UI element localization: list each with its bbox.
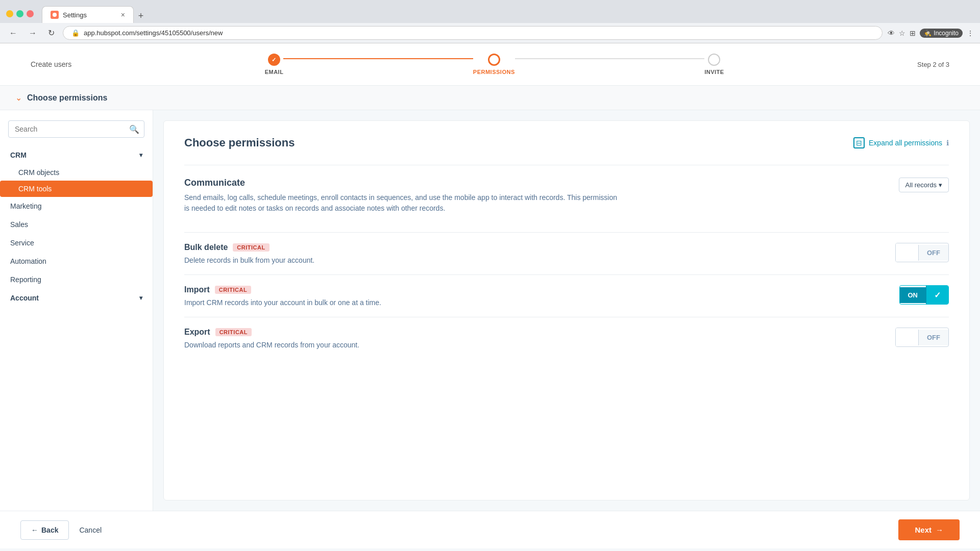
sidebar-item-crm-objects[interactable]: CRM objects bbox=[0, 164, 153, 181]
import-desc: Import CRM records into your account in … bbox=[184, 298, 899, 307]
eye-slash-icon: 👁 bbox=[888, 29, 895, 37]
export-badge: CRITICAL bbox=[215, 328, 252, 336]
import-title-row: Import CRITICAL bbox=[184, 285, 899, 294]
reload-button[interactable]: ↻ bbox=[45, 26, 58, 40]
chevron-icon-crm: ▾ bbox=[139, 152, 142, 159]
step-line-1 bbox=[283, 58, 473, 59]
footer-left: ← Back Cancel bbox=[20, 520, 102, 540]
chevron-icon-account: ▾ bbox=[139, 294, 142, 302]
breadcrumb-title: Choose permissions bbox=[27, 93, 107, 103]
address-bar[interactable]: 🔒 app.hubspot.com/settings/45105500/user… bbox=[63, 26, 883, 40]
sidebar-item-label-automation: Automation bbox=[10, 257, 46, 265]
import-badge: CRITICAL bbox=[215, 286, 251, 294]
search-icon: 🔍 bbox=[129, 124, 139, 134]
import-info: Import CRITICAL Import CRM records into … bbox=[184, 285, 899, 307]
bulk-delete-info: Bulk delete CRITICAL Delete records in b… bbox=[184, 243, 895, 264]
communicate-desc: Send emails, log calls, schedule meeting… bbox=[184, 192, 618, 214]
export-title-row: Export CRITICAL bbox=[184, 328, 895, 337]
star-icon: ☆ bbox=[899, 29, 905, 37]
communicate-title: Communicate bbox=[184, 178, 618, 188]
sidebar-subitem-label-crm-objects: CRM objects bbox=[18, 168, 59, 177]
sidebar-item-label-marketing: Marketing bbox=[10, 202, 41, 210]
all-records-label: All records bbox=[905, 181, 937, 189]
stepper: ✓ EMAIL PERMISSIONS INVITE bbox=[265, 54, 724, 75]
sidebar-item-label-reporting: Reporting bbox=[10, 276, 41, 284]
step-circle-invite bbox=[708, 54, 720, 66]
sidebar-item-automation[interactable]: Automation bbox=[0, 252, 153, 270]
dropdown-arrow-icon: ▾ bbox=[939, 181, 942, 189]
step-circle-permissions bbox=[488, 54, 500, 66]
sidebar-item-label-account: Account bbox=[10, 294, 39, 302]
back-button[interactable]: ← Back bbox=[20, 520, 69, 540]
step-circle-email: ✓ bbox=[268, 54, 280, 66]
browser-chrome: Settings × + ← → ↻ 🔒 app.hubspot.com/set… bbox=[0, 0, 980, 43]
sidebar-item-label-crm: CRM bbox=[10, 151, 27, 159]
import-permission: Import CRITICAL Import CRM records into … bbox=[184, 274, 949, 317]
step-permissions: PERMISSIONS bbox=[473, 54, 515, 75]
stepper-bar: Create users ✓ EMAIL PERMISSIONS INVITE … bbox=[0, 43, 980, 86]
next-button[interactable]: Next → bbox=[898, 519, 960, 540]
toggle-empty-bulk bbox=[896, 243, 918, 262]
sidebar-item-marketing[interactable]: Marketing bbox=[0, 197, 153, 215]
communicate-info: Communicate Send emails, log calls, sche… bbox=[184, 178, 618, 214]
export-name: Export bbox=[184, 328, 210, 337]
sidebar-item-sales[interactable]: Sales bbox=[0, 215, 153, 234]
expand-all-label: Expand all permissions bbox=[869, 139, 942, 147]
next-label: Next bbox=[915, 525, 932, 534]
search-input[interactable] bbox=[8, 120, 144, 138]
window-controls bbox=[6, 10, 34, 17]
incognito-icon: 🕵 bbox=[924, 30, 932, 37]
toggle-on-label-import: ON bbox=[900, 287, 926, 303]
browser-toolbar: ← → ↻ 🔒 app.hubspot.com/settings/4510550… bbox=[0, 23, 980, 43]
search-box: 🔍 bbox=[8, 120, 144, 138]
bulk-delete-desc: Delete records in bulk from your account… bbox=[184, 256, 895, 264]
menu-icon[interactable]: ⋮ bbox=[967, 29, 974, 37]
back-nav-button[interactable]: ← bbox=[6, 27, 20, 40]
breadcrumb-header: ⌄ Choose permissions bbox=[0, 86, 980, 110]
step-email: ✓ EMAIL bbox=[265, 54, 284, 75]
step-line-2 bbox=[515, 58, 704, 59]
incognito-badge: 🕵 Incognito bbox=[920, 29, 963, 38]
active-tab[interactable]: Settings × bbox=[42, 6, 134, 23]
panel-title: Choose permissions bbox=[184, 136, 295, 149]
bulk-delete-toggle[interactable]: OFF bbox=[895, 243, 949, 262]
lock-icon: 🔒 bbox=[71, 29, 80, 37]
sidebar-item-account[interactable]: Account ▾ bbox=[0, 289, 153, 307]
sidebar: 🔍 CRM ▾ CRM objects CRM tools Marketing … bbox=[0, 110, 153, 511]
maximize-button[interactable] bbox=[16, 10, 23, 17]
import-toggle[interactable]: ON ✓ bbox=[899, 285, 949, 305]
tab-close-button[interactable]: × bbox=[121, 11, 125, 19]
sidebar-item-crm[interactable]: CRM ▾ bbox=[0, 146, 153, 164]
info-icon: ℹ bbox=[946, 139, 949, 147]
sidebar-item-label-service: Service bbox=[10, 239, 34, 247]
page-content: Create users ✓ EMAIL PERMISSIONS INVITE … bbox=[0, 43, 980, 548]
step-label-invite: INVITE bbox=[704, 69, 724, 75]
tab-favicon bbox=[51, 11, 59, 19]
incognito-label: Incognito bbox=[934, 30, 959, 37]
tab-title: Settings bbox=[63, 11, 87, 19]
toggle-off-label-export: OFF bbox=[918, 330, 948, 345]
toggle-check-import: ✓ bbox=[926, 286, 948, 304]
step-number: Step 2 of 3 bbox=[917, 61, 949, 68]
sidebar-item-reporting[interactable]: Reporting bbox=[0, 270, 153, 289]
forward-nav-button[interactable]: → bbox=[26, 27, 40, 40]
back-arrow-icon: ← bbox=[31, 526, 38, 534]
expand-all-button[interactable]: ⊟ Expand all permissions ℹ bbox=[853, 137, 949, 148]
cancel-button[interactable]: Cancel bbox=[79, 526, 102, 534]
toggle-empty-export bbox=[896, 328, 918, 346]
sidebar-item-label-sales: Sales bbox=[10, 220, 28, 229]
all-records-dropdown[interactable]: All records ▾ bbox=[899, 178, 949, 192]
bulk-delete-badge: CRITICAL bbox=[233, 243, 269, 252]
minimize-button[interactable] bbox=[6, 10, 13, 17]
sidebar-item-crm-tools[interactable]: CRM tools bbox=[0, 181, 153, 197]
extensions-icon: ⊞ bbox=[910, 29, 916, 37]
export-info: Export CRITICAL Download reports and CRM… bbox=[184, 328, 895, 349]
chevron-down-icon[interactable]: ⌄ bbox=[15, 93, 22, 103]
import-name: Import bbox=[184, 285, 210, 294]
sidebar-item-service[interactable]: Service bbox=[0, 234, 153, 252]
browser-titlebar: Settings × + bbox=[0, 0, 980, 23]
new-tab-button[interactable]: + bbox=[134, 9, 148, 23]
export-toggle[interactable]: OFF bbox=[895, 328, 949, 347]
bulk-delete-name: Bulk delete bbox=[184, 243, 228, 252]
close-window-button[interactable] bbox=[27, 10, 34, 17]
